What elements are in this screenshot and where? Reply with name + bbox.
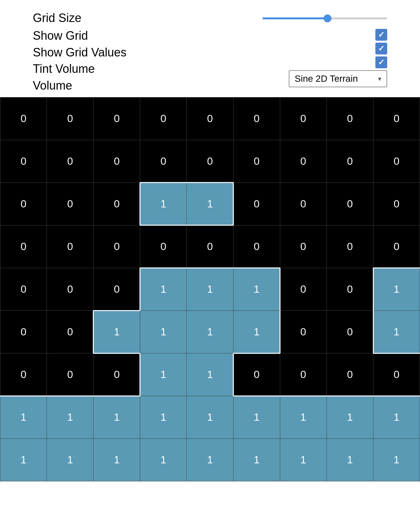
table-row: 1 <box>233 396 280 438</box>
table-row: 0 <box>0 182 47 225</box>
table-row: 0 <box>47 182 94 225</box>
table-row: 1 <box>280 438 326 481</box>
table-row: 0 <box>233 225 280 268</box>
table-row: 0 <box>47 353 94 396</box>
table-row: 0 <box>233 140 280 182</box>
table-row: 0 <box>326 353 373 396</box>
table-row: 0 <box>94 182 140 225</box>
table-row: 1 <box>373 438 420 481</box>
table-row: 1 <box>233 310 280 353</box>
table-row: 0 <box>326 310 373 353</box>
table-row: 0 <box>326 225 373 268</box>
table-row: 1 <box>140 438 187 481</box>
table-row: 0 <box>140 140 187 182</box>
table-row: 0 <box>326 97 373 140</box>
table-row: 1 <box>373 268 420 310</box>
table-row: 1 <box>94 396 140 438</box>
table-row: 0 <box>280 310 326 353</box>
table-row: 1 <box>0 438 47 481</box>
table-row: 0 <box>187 140 233 182</box>
table-row: 0 <box>280 225 326 268</box>
table-row: 1 <box>187 182 233 225</box>
table-row: 1 <box>373 396 420 438</box>
table-row: 0 <box>94 97 140 140</box>
table-row: 0 <box>326 182 373 225</box>
table-row: 1 <box>140 310 187 353</box>
volume-label: Volume <box>33 77 126 94</box>
table-row: 0 <box>47 97 94 140</box>
table-row: 0 <box>140 225 187 268</box>
table-row: 0 <box>233 353 280 396</box>
table-row: 0 <box>280 353 326 396</box>
table-row: 0 <box>94 140 140 182</box>
table-row: 1 <box>140 268 187 310</box>
table-row: 0 <box>0 225 47 268</box>
table-row: 0 <box>373 353 420 396</box>
table-row: 1 <box>187 268 233 310</box>
table-row: 1 <box>140 353 187 396</box>
controls-panel: Grid Size Show Grid Show Grid Values Tin… <box>0 0 420 97</box>
table-row: 0 <box>47 268 94 310</box>
table-row: 0 <box>233 182 280 225</box>
table-row: 0 <box>326 268 373 310</box>
table-row: 0 <box>280 97 326 140</box>
table-row: 0 <box>0 353 47 396</box>
table-row: 0 <box>0 310 47 353</box>
table-row: 0 <box>47 310 94 353</box>
table-row: 1 <box>187 353 233 396</box>
table-row: 1 <box>140 182 187 225</box>
table-row: 0 <box>373 140 420 182</box>
table-row: 0 <box>326 140 373 182</box>
table-row: 0 <box>0 140 47 182</box>
table-row: 1 <box>373 310 420 353</box>
terrain-type-dropdown[interactable]: Sine 2D Terrain ▾ <box>289 70 387 87</box>
table-row: 0 <box>280 140 326 182</box>
show-grid-label: Show Grid <box>33 28 126 44</box>
show-grid-values-label: Show Grid Values <box>33 44 126 61</box>
table-row: 1 <box>233 268 280 310</box>
table-row: 1 <box>326 438 373 481</box>
table-row: 1 <box>326 396 373 438</box>
table-row: 0 <box>0 268 47 310</box>
dropdown-selected-label: Sine 2D Terrain <box>295 74 358 84</box>
table-row: 1 <box>94 310 140 353</box>
table-row: 0 <box>187 225 233 268</box>
table-row: 1 <box>187 396 233 438</box>
table-row: 0 <box>94 353 140 396</box>
table-row: 0 <box>187 97 233 140</box>
table-row: 1 <box>280 396 326 438</box>
tint-volume-label: Tint Volume <box>33 61 126 77</box>
show-grid-checkbox[interactable]: ✓ <box>375 29 387 41</box>
table-row: 1 <box>233 438 280 481</box>
table-row: 1 <box>94 438 140 481</box>
table-row: 1 <box>0 396 47 438</box>
table-row: 1 <box>47 396 94 438</box>
table-row: 0 <box>373 97 420 140</box>
table-row: 0 <box>94 225 140 268</box>
show-grid-values-checkbox[interactable]: ✓ <box>375 43 387 54</box>
table-row: 0 <box>373 225 420 268</box>
table-row: 0 <box>47 140 94 182</box>
table-row: 0 <box>47 225 94 268</box>
table-row: 0 <box>280 268 326 310</box>
table-row: 0 <box>280 182 326 225</box>
grid-size-slider[interactable] <box>262 17 387 19</box>
table-row: 0 <box>140 97 187 140</box>
table-row: 1 <box>187 438 233 481</box>
grid-size-label: Grid Size <box>33 10 81 26</box>
table-row: 0 <box>233 97 280 140</box>
tint-volume-checkbox[interactable]: ✓ <box>375 56 387 68</box>
table-row: 0 <box>0 97 47 140</box>
table-row: 1 <box>187 310 233 353</box>
table-row: 1 <box>140 396 187 438</box>
dropdown-arrow-icon: ▾ <box>378 75 381 83</box>
table-row: 0 <box>94 268 140 310</box>
table-row: 1 <box>47 438 94 481</box>
table-row: 0 <box>373 182 420 225</box>
terrain-grid: 0000000000000000000001100000000000000001… <box>0 97 420 481</box>
